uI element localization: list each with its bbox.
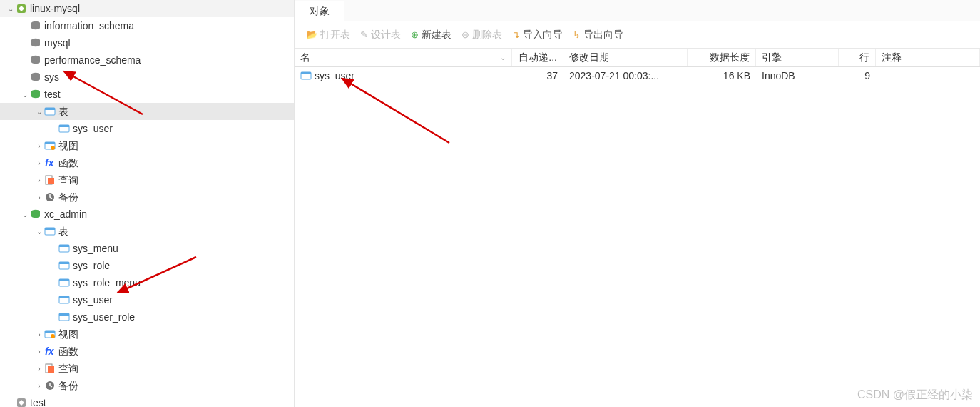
table-row[interactable]: sys_user372023-07-21 00:03:...16 KBInnoD… [295,67,980,84]
minus-icon: ⊖ [461,29,469,40]
sort-icon: ⌄ [500,54,506,61]
tree-item-查询[interactable]: ›查询 [0,360,294,377]
header-name[interactable]: 名⌄ [295,49,512,66]
query-icon [44,174,56,186]
tree-item-表[interactable]: ⌄表 [0,103,294,120]
header-rows[interactable]: 行 [839,49,876,66]
tree-item-函数[interactable]: ›fx函数 [0,343,294,360]
expand-icon[interactable]: ⌄ [20,211,30,218]
svg-point-12 [51,146,55,150]
table-icon [58,123,70,134]
tab-label: 对象 [310,5,330,18]
tree-item-label: 查询 [58,171,78,189]
tree-item-information_schema[interactable]: information_schema [0,17,294,34]
tree-item-label: linux-mysql [30,0,80,17]
backup-icon [44,380,56,391]
svg-rect-19 [45,228,55,230]
expand-icon[interactable]: ⌄ [6,5,16,13]
db-gray-icon [30,54,41,66]
cell-name: sys_user [315,70,354,81]
expand-icon[interactable]: › [34,159,44,167]
db-gray-icon [30,37,41,49]
header-engine[interactable]: 引擎 [756,49,839,66]
import-wizard-button[interactable]: ↴导入向导 [508,26,567,44]
tree-item-sys_role[interactable]: sys_role [0,257,294,274]
tree-item-linux-mysql[interactable]: ⌄linux-mysql [0,0,294,17]
expand-icon[interactable]: › [34,331,44,338]
svg-rect-15 [48,178,54,184]
expand-icon[interactable]: ⌄ [20,91,30,99]
tree-item-test[interactable]: ⌄test [0,86,294,103]
tree-item-函数[interactable]: ›fx函数 [0,154,294,171]
header-auto-increment[interactable]: 自动递... [512,49,563,66]
tree-item-performance_schema[interactable]: performance_schema [0,51,294,69]
tree-item-test[interactable]: test [0,394,294,407]
tree-item-sys_user[interactable]: sys_user [0,291,294,308]
tree-item-sys_user_role[interactable]: sys_user_role [0,308,294,326]
expand-icon[interactable]: › [34,382,44,390]
tree-item-表[interactable]: ⌄表 [0,223,294,240]
tree-item-备份[interactable]: ›备份 [0,377,294,394]
tree-item-label: performance_schema [44,51,141,69]
expand-icon[interactable]: › [34,176,44,184]
svg-rect-39 [301,72,311,74]
svg-rect-23 [59,262,69,264]
tree-item-视图[interactable]: ›视图 [0,137,294,154]
tree-item-备份[interactable]: ›备份 [0,189,294,206]
svg-rect-21 [59,245,69,247]
db-green-icon [30,89,41,100]
expand-icon[interactable]: › [34,365,44,373]
tree-item-xc_admin[interactable]: ⌄xc_admin [0,206,294,223]
tree-item-label: 表 [58,223,68,240]
backup-icon [44,191,56,203]
db-green-icon [30,208,41,220]
svg-text:fx: fx [45,157,55,169]
tables-icon [44,106,56,117]
tree-item-视图[interactable]: ›视图 [0,326,294,343]
main-panel: 对象 📂打开表 ✎设计表 ⊕新建表 ⊖删除表 ↴导入向导 ↳导出向导 名⌄ 自动… [295,0,980,407]
tree-item-label: 视图 [58,137,78,154]
tree-item-label: sys_user_role [73,308,135,326]
svg-rect-35 [48,366,54,373]
tree-item-sys_user[interactable]: sys_user [0,120,294,137]
tree-item-sys_role_menu[interactable]: sys_role_menu [0,274,294,291]
tree-item-label: 备份 [58,189,78,206]
tree-item-label: 函数 [58,343,78,360]
svg-text:fx: fx [45,346,55,357]
cell-auto: 37 [512,67,563,84]
fx-icon: fx [44,157,56,169]
tree-item-label: sys_menu [73,240,118,257]
tree-item-label: sys_role [73,257,110,274]
column-headers: 名⌄ 自动递... 修改日期 数据长度 引擎 行 注释 [295,49,980,67]
expand-icon[interactable]: › [34,142,44,150]
cell-date: 2023-07-21 00:03:... [563,67,688,84]
design-table-button[interactable]: ✎设计表 [356,26,405,44]
tree-item-label: sys_role_menu [73,274,141,291]
tab-objects[interactable]: 对象 [295,1,344,21]
table-icon [58,243,70,254]
delete-table-button[interactable]: ⊖删除表 [457,26,506,44]
header-data-length[interactable]: 数据长度 [688,49,756,66]
open-table-button[interactable]: 📂打开表 [302,26,354,44]
new-table-button[interactable]: ⊕新建表 [407,26,456,44]
cell-len: 16 KB [688,67,756,84]
expand-icon[interactable]: › [34,348,44,356]
tree-item-sys_menu[interactable]: sys_menu [0,240,294,257]
tree-item-mysql[interactable]: mysql [0,34,294,51]
export-icon: ↳ [573,29,581,40]
header-comment[interactable]: 注释 [876,49,980,66]
tree-item-label: 查询 [58,360,78,377]
svg-rect-7 [45,108,55,110]
expand-icon[interactable]: › [34,194,44,201]
tree-item-sys[interactable]: sys [0,69,294,86]
conn-gray-icon [16,397,27,407]
header-modified-date[interactable]: 修改日期 [563,49,688,66]
export-wizard-button[interactable]: ↳导出向导 [568,26,628,44]
tree-item-label: sys_user [73,120,113,137]
tree-item-查询[interactable]: ›查询 [0,171,294,189]
expand-icon[interactable]: ⌄ [34,228,44,236]
expand-icon[interactable]: ⌄ [34,108,44,116]
svg-rect-29 [59,313,69,316]
connection-tree[interactable]: ⌄linux-mysqlinformation_schemamysqlperfo… [0,0,295,407]
tree-item-label: information_schema [44,17,134,34]
